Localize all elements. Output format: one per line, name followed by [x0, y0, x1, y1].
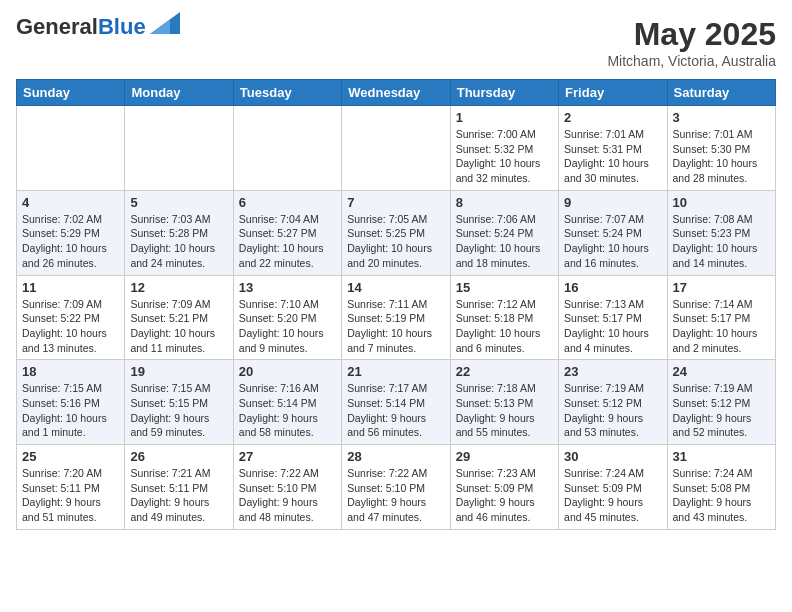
- day-info: Sunrise: 7:10 AMSunset: 5:20 PMDaylight:…: [239, 297, 336, 356]
- calendar-cell: 8Sunrise: 7:06 AMSunset: 5:24 PMDaylight…: [450, 190, 558, 275]
- calendar-cell: 2Sunrise: 7:01 AMSunset: 5:31 PMDaylight…: [559, 106, 667, 191]
- day-info: Sunrise: 7:04 AMSunset: 5:27 PMDaylight:…: [239, 212, 336, 271]
- day-info: Sunrise: 7:14 AMSunset: 5:17 PMDaylight:…: [673, 297, 770, 356]
- day-number: 19: [130, 364, 227, 379]
- calendar-cell: 29Sunrise: 7:23 AMSunset: 5:09 PMDayligh…: [450, 445, 558, 530]
- day-number: 4: [22, 195, 119, 210]
- day-number: 14: [347, 280, 444, 295]
- day-info: Sunrise: 7:21 AMSunset: 5:11 PMDaylight:…: [130, 466, 227, 525]
- day-number: 13: [239, 280, 336, 295]
- calendar-cell: 18Sunrise: 7:15 AMSunset: 5:16 PMDayligh…: [17, 360, 125, 445]
- calendar-cell: 1Sunrise: 7:00 AMSunset: 5:32 PMDaylight…: [450, 106, 558, 191]
- day-header-thursday: Thursday: [450, 80, 558, 106]
- calendar-cell: [342, 106, 450, 191]
- day-info: Sunrise: 7:03 AMSunset: 5:28 PMDaylight:…: [130, 212, 227, 271]
- day-number: 20: [239, 364, 336, 379]
- calendar-cell: 3Sunrise: 7:01 AMSunset: 5:30 PMDaylight…: [667, 106, 775, 191]
- calendar-week-row: 18Sunrise: 7:15 AMSunset: 5:16 PMDayligh…: [17, 360, 776, 445]
- calendar-cell: 20Sunrise: 7:16 AMSunset: 5:14 PMDayligh…: [233, 360, 341, 445]
- day-number: 6: [239, 195, 336, 210]
- calendar-cell: 5Sunrise: 7:03 AMSunset: 5:28 PMDaylight…: [125, 190, 233, 275]
- day-info: Sunrise: 7:08 AMSunset: 5:23 PMDaylight:…: [673, 212, 770, 271]
- day-header-wednesday: Wednesday: [342, 80, 450, 106]
- calendar-cell: 6Sunrise: 7:04 AMSunset: 5:27 PMDaylight…: [233, 190, 341, 275]
- calendar-cell: 15Sunrise: 7:12 AMSunset: 5:18 PMDayligh…: [450, 275, 558, 360]
- calendar-cell: [233, 106, 341, 191]
- calendar-table: SundayMondayTuesdayWednesdayThursdayFrid…: [16, 79, 776, 530]
- day-number: 10: [673, 195, 770, 210]
- calendar-cell: 4Sunrise: 7:02 AMSunset: 5:29 PMDaylight…: [17, 190, 125, 275]
- day-number: 30: [564, 449, 661, 464]
- logo: GeneralBlue: [16, 16, 180, 38]
- day-info: Sunrise: 7:19 AMSunset: 5:12 PMDaylight:…: [564, 381, 661, 440]
- calendar-cell: 7Sunrise: 7:05 AMSunset: 5:25 PMDaylight…: [342, 190, 450, 275]
- day-info: Sunrise: 7:11 AMSunset: 5:19 PMDaylight:…: [347, 297, 444, 356]
- day-number: 9: [564, 195, 661, 210]
- calendar-cell: 16Sunrise: 7:13 AMSunset: 5:17 PMDayligh…: [559, 275, 667, 360]
- logo-text: GeneralBlue: [16, 16, 146, 38]
- calendar-cell: 13Sunrise: 7:10 AMSunset: 5:20 PMDayligh…: [233, 275, 341, 360]
- calendar-cell: 14Sunrise: 7:11 AMSunset: 5:19 PMDayligh…: [342, 275, 450, 360]
- day-info: Sunrise: 7:23 AMSunset: 5:09 PMDaylight:…: [456, 466, 553, 525]
- calendar-subtitle: Mitcham, Victoria, Australia: [607, 53, 776, 69]
- day-info: Sunrise: 7:19 AMSunset: 5:12 PMDaylight:…: [673, 381, 770, 440]
- calendar-cell: [17, 106, 125, 191]
- day-info: Sunrise: 7:17 AMSunset: 5:14 PMDaylight:…: [347, 381, 444, 440]
- day-info: Sunrise: 7:22 AMSunset: 5:10 PMDaylight:…: [239, 466, 336, 525]
- day-number: 17: [673, 280, 770, 295]
- day-number: 1: [456, 110, 553, 125]
- calendar-cell: 30Sunrise: 7:24 AMSunset: 5:09 PMDayligh…: [559, 445, 667, 530]
- calendar-week-row: 4Sunrise: 7:02 AMSunset: 5:29 PMDaylight…: [17, 190, 776, 275]
- day-number: 5: [130, 195, 227, 210]
- day-info: Sunrise: 7:22 AMSunset: 5:10 PMDaylight:…: [347, 466, 444, 525]
- day-number: 3: [673, 110, 770, 125]
- calendar-cell: 26Sunrise: 7:21 AMSunset: 5:11 PMDayligh…: [125, 445, 233, 530]
- day-number: 28: [347, 449, 444, 464]
- calendar-cell: 19Sunrise: 7:15 AMSunset: 5:15 PMDayligh…: [125, 360, 233, 445]
- day-info: Sunrise: 7:20 AMSunset: 5:11 PMDaylight:…: [22, 466, 119, 525]
- day-number: 31: [673, 449, 770, 464]
- day-header-friday: Friday: [559, 80, 667, 106]
- header: GeneralBlue May 2025 Mitcham, Victoria, …: [16, 16, 776, 69]
- day-info: Sunrise: 7:18 AMSunset: 5:13 PMDaylight:…: [456, 381, 553, 440]
- day-info: Sunrise: 7:01 AMSunset: 5:31 PMDaylight:…: [564, 127, 661, 186]
- calendar-cell: 24Sunrise: 7:19 AMSunset: 5:12 PMDayligh…: [667, 360, 775, 445]
- calendar-title: May 2025: [607, 16, 776, 53]
- day-info: Sunrise: 7:00 AMSunset: 5:32 PMDaylight:…: [456, 127, 553, 186]
- calendar-cell: 23Sunrise: 7:19 AMSunset: 5:12 PMDayligh…: [559, 360, 667, 445]
- day-number: 11: [22, 280, 119, 295]
- calendar-cell: [125, 106, 233, 191]
- day-number: 2: [564, 110, 661, 125]
- day-number: 16: [564, 280, 661, 295]
- day-header-tuesday: Tuesday: [233, 80, 341, 106]
- day-number: 26: [130, 449, 227, 464]
- calendar-cell: 22Sunrise: 7:18 AMSunset: 5:13 PMDayligh…: [450, 360, 558, 445]
- day-number: 7: [347, 195, 444, 210]
- day-number: 21: [347, 364, 444, 379]
- calendar-week-row: 25Sunrise: 7:20 AMSunset: 5:11 PMDayligh…: [17, 445, 776, 530]
- day-number: 22: [456, 364, 553, 379]
- day-number: 25: [22, 449, 119, 464]
- day-number: 8: [456, 195, 553, 210]
- day-number: 18: [22, 364, 119, 379]
- day-info: Sunrise: 7:06 AMSunset: 5:24 PMDaylight:…: [456, 212, 553, 271]
- calendar-cell: 9Sunrise: 7:07 AMSunset: 5:24 PMDaylight…: [559, 190, 667, 275]
- day-number: 27: [239, 449, 336, 464]
- calendar-week-row: 11Sunrise: 7:09 AMSunset: 5:22 PMDayligh…: [17, 275, 776, 360]
- day-header-saturday: Saturday: [667, 80, 775, 106]
- day-info: Sunrise: 7:15 AMSunset: 5:15 PMDaylight:…: [130, 381, 227, 440]
- calendar-cell: 27Sunrise: 7:22 AMSunset: 5:10 PMDayligh…: [233, 445, 341, 530]
- title-block: May 2025 Mitcham, Victoria, Australia: [607, 16, 776, 69]
- calendar-cell: 21Sunrise: 7:17 AMSunset: 5:14 PMDayligh…: [342, 360, 450, 445]
- calendar-cell: 12Sunrise: 7:09 AMSunset: 5:21 PMDayligh…: [125, 275, 233, 360]
- day-info: Sunrise: 7:07 AMSunset: 5:24 PMDaylight:…: [564, 212, 661, 271]
- calendar-cell: 17Sunrise: 7:14 AMSunset: 5:17 PMDayligh…: [667, 275, 775, 360]
- logo-icon: [150, 12, 180, 34]
- day-info: Sunrise: 7:12 AMSunset: 5:18 PMDaylight:…: [456, 297, 553, 356]
- day-info: Sunrise: 7:01 AMSunset: 5:30 PMDaylight:…: [673, 127, 770, 186]
- day-number: 23: [564, 364, 661, 379]
- calendar-cell: 28Sunrise: 7:22 AMSunset: 5:10 PMDayligh…: [342, 445, 450, 530]
- day-info: Sunrise: 7:09 AMSunset: 5:22 PMDaylight:…: [22, 297, 119, 356]
- day-info: Sunrise: 7:16 AMSunset: 5:14 PMDaylight:…: [239, 381, 336, 440]
- day-info: Sunrise: 7:24 AMSunset: 5:09 PMDaylight:…: [564, 466, 661, 525]
